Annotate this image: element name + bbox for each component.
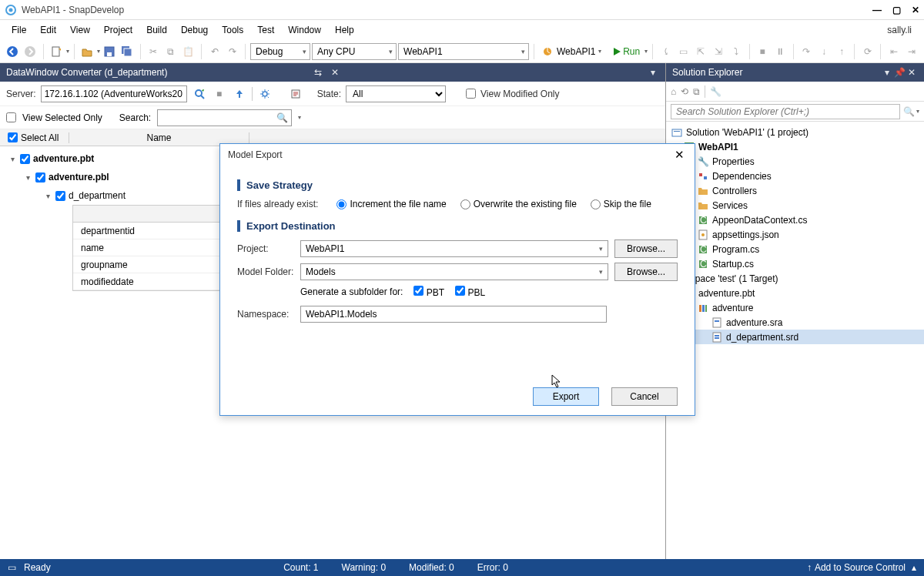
stop-icon[interactable]: ■	[755, 43, 771, 60]
dialog-close-button[interactable]: ✕	[671, 148, 687, 162]
se-sync-icon[interactable]: ⟲	[681, 86, 688, 97]
step-out-icon[interactable]: ↑	[833, 43, 849, 60]
stop-connect-icon[interactable]: ■	[212, 86, 227, 102]
se-cs-file[interactable]: C#Startup.cs	[666, 256, 924, 271]
tb-icon5[interactable]: ⤵	[728, 43, 745, 60]
close-button[interactable]: ✕	[912, 5, 919, 15]
open-button[interactable]	[79, 43, 95, 60]
se-dependencies[interactable]: Dependencies	[666, 169, 924, 183]
tree-checkbox[interactable]	[20, 154, 30, 164]
se-search-input[interactable]	[671, 104, 900, 119]
se-workspace[interactable]: Workspace 'test' (1 Target)	[666, 271, 924, 286]
minimize-button[interactable]: —	[872, 5, 882, 15]
se-cs-file[interactable]: C#AppeonDataContext.cs	[666, 213, 924, 227]
se-json-file[interactable]: appsettings.json	[666, 227, 924, 242]
menu-edit[interactable]: Edit	[35, 23, 62, 37]
panel-close-icon[interactable]: ✕	[329, 67, 341, 78]
tree-checkbox[interactable]	[55, 191, 65, 201]
new-button[interactable]	[49, 43, 65, 60]
se-collapse-icon[interactable]: ⧉	[693, 86, 700, 97]
state-select[interactable]: All	[346, 85, 446, 102]
cut-icon[interactable]: ✂	[145, 43, 161, 60]
run-button[interactable]: Run	[609, 43, 643, 60]
se-properties[interactable]: 🔧Properties	[666, 154, 924, 169]
tb-icon1[interactable]: ⤹	[658, 43, 674, 60]
radio-increment[interactable]: Increment the file name	[336, 199, 446, 209]
panel-menu-icon[interactable]: ▾	[647, 67, 659, 78]
menu-tools[interactable]: Tools	[216, 23, 249, 37]
se-properties-icon[interactable]: 🔧	[710, 86, 721, 97]
upload-icon[interactable]	[232, 86, 247, 102]
checkbox-pbl[interactable]: PBL	[455, 286, 485, 298]
maximize-button[interactable]: ▢	[892, 5, 901, 15]
menu-test[interactable]: Test	[252, 23, 280, 37]
se-project[interactable]: C#WebAPI1	[666, 139, 924, 154]
pause-icon[interactable]: ⏸	[772, 43, 788, 60]
col-name-header[interactable]: Name	[69, 132, 249, 143]
refresh-icon[interactable]: ⟳	[859, 43, 875, 60]
se-cs-file[interactable]: C#Program.cs	[666, 242, 924, 256]
launch-profile-icon[interactable]	[539, 43, 555, 60]
tb-icon2[interactable]: ▭	[675, 43, 691, 60]
se-ws-sra[interactable]: adventure.sra	[666, 315, 924, 330]
radio-overwrite[interactable]: Overwrite the existing file	[460, 199, 577, 209]
user-label[interactable]: sally.li	[881, 23, 918, 37]
menu-view[interactable]: View	[65, 23, 95, 37]
se-ws-pbt[interactable]: adventure.pbt	[666, 286, 924, 300]
expand-icon[interactable]: ▾	[23, 173, 32, 182]
select-all-checkbox[interactable]	[8, 132, 18, 142]
redo-button[interactable]: ↷	[224, 43, 240, 60]
radio-skip[interactable]: Skip the file	[591, 199, 651, 209]
undo-button[interactable]: ↶	[206, 43, 223, 60]
launch-profile-label[interactable]: WebAPI1	[557, 46, 595, 57]
startup-project-dropdown[interactable]: WebAPI1	[398, 43, 529, 60]
indent-icon[interactable]: ⇥	[903, 43, 919, 60]
settings-icon[interactable]	[257, 86, 273, 102]
se-controllers[interactable]: Controllers	[666, 183, 924, 198]
expand-icon[interactable]: ▾	[43, 192, 52, 200]
project-dropdown[interactable]: WebAPI1	[300, 240, 608, 257]
platform-dropdown[interactable]: Any CPU	[312, 43, 397, 60]
menu-project[interactable]: Project	[99, 23, 138, 37]
panel-options-icon[interactable]: ⇆	[312, 67, 324, 78]
tb-icon3[interactable]: ⇱	[693, 43, 709, 60]
copy-icon[interactable]: ⧉	[162, 43, 179, 60]
se-services[interactable]: Services	[666, 198, 924, 213]
nav-fwd-button[interactable]	[22, 43, 38, 60]
menu-build[interactable]: Build	[141, 23, 172, 37]
expand-icon[interactable]: ▾	[8, 155, 17, 163]
panel-close2-icon[interactable]: ✕	[906, 67, 918, 78]
step-over-icon[interactable]: ↷	[798, 43, 815, 60]
filter-icon[interactable]	[288, 86, 303, 102]
checkbox-pbt[interactable]: PBT	[413, 286, 444, 298]
browse-folder-button[interactable]: Browse...	[614, 263, 678, 281]
server-input[interactable]	[41, 85, 187, 102]
config-dropdown[interactable]: Debug	[250, 43, 310, 60]
nav-back-button[interactable]	[5, 43, 21, 60]
tb-icon4[interactable]: ⇲	[711, 43, 727, 60]
view-selected-checkbox[interactable]	[6, 112, 16, 122]
menu-help[interactable]: Help	[330, 23, 360, 37]
menu-file[interactable]: File	[6, 23, 32, 37]
paste-icon[interactable]: 📋	[180, 43, 196, 60]
panel-pin-icon[interactable]: 📌	[893, 67, 906, 78]
panel-dropdown-icon[interactable]: ▾	[881, 67, 893, 78]
step-into-icon[interactable]: ↓	[816, 43, 832, 60]
folder-dropdown[interactable]: Models	[300, 263, 608, 280]
cancel-button[interactable]: Cancel	[611, 387, 678, 406]
outdent-icon[interactable]: ⇤	[886, 43, 902, 60]
search-icon[interactable]: 🔍	[903, 106, 915, 117]
se-home-icon[interactable]: ⌂	[671, 86, 676, 97]
connect-icon[interactable]	[192, 86, 207, 102]
se-ws-srd[interactable]: d_department.srd	[666, 330, 924, 344]
se-ws-target[interactable]: adventure	[666, 300, 924, 315]
menu-window[interactable]: Window	[283, 23, 326, 37]
view-modified-checkbox[interactable]	[466, 89, 476, 99]
namespace-input[interactable]: WebAPI1.Models	[300, 306, 607, 323]
menu-debug[interactable]: Debug	[176, 23, 213, 37]
tree-checkbox[interactable]	[35, 172, 45, 183]
se-solution[interactable]: Solution 'WebAPI1' (1 project)	[666, 125, 924, 139]
search-icon[interactable]: 🔍	[276, 112, 288, 123]
source-control-button[interactable]: ↑ Add to Source Control ▴	[807, 562, 916, 573]
save-all-button[interactable]	[119, 43, 136, 60]
